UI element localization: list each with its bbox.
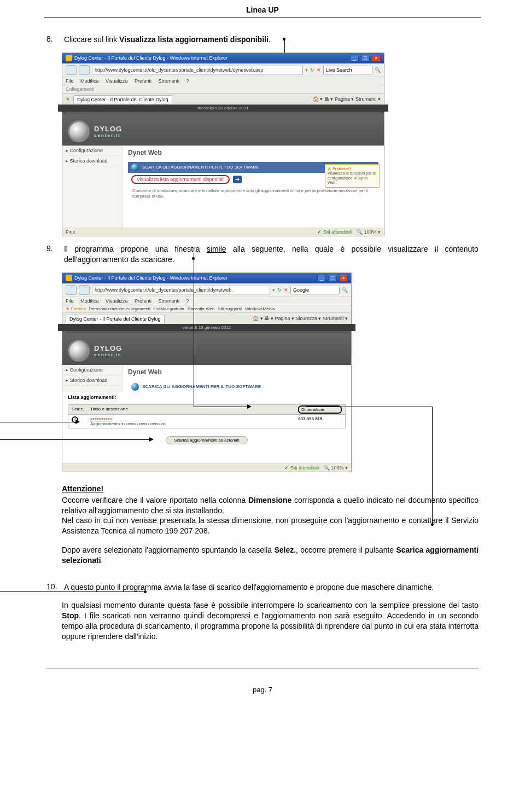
menu-help[interactable]: ? bbox=[186, 78, 189, 84]
updates-table: Selez. Titolo e descrizione Dimensione x… bbox=[68, 404, 346, 428]
menu-file[interactable]: File bbox=[66, 78, 74, 84]
status-text: Fine bbox=[66, 229, 75, 235]
url-field[interactable]: http://www.dylogcenter.it/old_dycenter/p… bbox=[92, 286, 270, 294]
globe-icon bbox=[131, 383, 139, 391]
menu-bar: File Modifica Visualizza Preferiti Strum… bbox=[62, 297, 351, 305]
maximize-button[interactable]: □ bbox=[328, 275, 337, 282]
window-title: Dylog Center - Il Portale del Cliente Dy… bbox=[74, 275, 228, 281]
site-banner: mercoledì 26 ottobre 2011 DYLOG center.i… bbox=[62, 106, 384, 146]
col-titolo: Titolo e descrizione bbox=[90, 407, 298, 413]
step-9: 9. Il programma propone una finestra sim… bbox=[46, 244, 479, 265]
help-text: Consente di analizzare, scaricare e inst… bbox=[128, 186, 378, 202]
close-button[interactable]: × bbox=[372, 55, 381, 62]
step-10: 10. A questo punto il programma avvia la… bbox=[46, 582, 479, 593]
main-column: Dynet Web SCARICA GLI AGGIORNAMENTI PER … bbox=[122, 365, 351, 392]
fav-item[interactable]: Siti suggeriti bbox=[218, 306, 242, 311]
menu-visualizza[interactable]: Visualizza bbox=[106, 298, 127, 304]
back-button[interactable] bbox=[66, 65, 77, 75]
step-text: Il programma propone una finestra simile… bbox=[64, 244, 479, 265]
page-content: 8. Cliccare sul link Visualizza lista ag… bbox=[0, 18, 525, 652]
warn-body: Visualizza le istruzioni per la configur… bbox=[328, 171, 377, 185]
page-heading: Dynet Web bbox=[128, 368, 346, 376]
fav-item[interactable]: Personalizzazione collegamenti bbox=[89, 306, 150, 311]
page-header: Linea UP bbox=[44, 0, 481, 18]
favorites-icon[interactable]: ★ Preferiti bbox=[66, 306, 86, 311]
zoom-level[interactable]: 🔍 100% ▾ bbox=[324, 465, 348, 471]
browser-tab[interactable]: Dylog Center - Il Portale del Cliente Dy… bbox=[73, 95, 172, 103]
menu-preferiti[interactable]: Preferiti bbox=[135, 78, 151, 84]
annotation-line bbox=[0, 439, 150, 440]
step-8: 8. Cliccare sul link Visualizza lista ag… bbox=[46, 34, 479, 45]
app-icon bbox=[66, 275, 72, 281]
sidebar: ▸ Configurazione ▸ Storico download bbox=[62, 365, 122, 392]
visualizza-link[interactable]: Visualizza lista aggiornamenti disponibi… bbox=[137, 177, 224, 182]
tab-bar: Dylog Center - Il Portale del Cliente Dy… bbox=[62, 313, 351, 325]
step-num: 9. bbox=[46, 244, 62, 253]
menu-help[interactable]: ? bbox=[186, 298, 189, 304]
logo-text: DYLOG center.it bbox=[94, 125, 122, 138]
fav-item[interactable]: Raccolta Web bbox=[188, 306, 215, 311]
search-field[interactable]: Google bbox=[290, 286, 340, 294]
window-titlebar: Dylog Center - Il Portale del Cliente Dy… bbox=[62, 273, 351, 283]
close-button[interactable]: × bbox=[339, 275, 348, 282]
screenshot-1: Dylog Center - Il Portale del Cliente Dy… bbox=[62, 53, 384, 236]
arrowhead-icon bbox=[247, 404, 252, 409]
cell-titolo: xxxxxxxxxx Aggiornamento xxxxxxxxxxxxxxx… bbox=[90, 416, 298, 426]
sidebar-item-storico[interactable]: ▸ Storico download bbox=[62, 375, 122, 386]
arrowhead-icon bbox=[149, 437, 154, 442]
sidebar-item-config[interactable]: ▸ Configurazione bbox=[62, 365, 122, 375]
window-titlebar: Dylog Center - Il Portale del Cliente Dy… bbox=[62, 53, 384, 63]
list-heading: Lista aggiornamenti: bbox=[62, 392, 351, 400]
go-button[interactable]: ➜ bbox=[233, 176, 242, 183]
menu-strumenti[interactable]: Strumenti bbox=[158, 298, 179, 304]
attention-text-2: Nel caso in cui non venisse presentata l… bbox=[62, 515, 479, 536]
back-button[interactable] bbox=[66, 285, 77, 295]
toolbar-tools[interactable]: 🏠 ▾ 🖶 ▾ Pagina ▾ Strumenti ▾ bbox=[313, 96, 381, 102]
status-bar: Fine ✔ Siti attendibili 🔍 100% ▾ bbox=[62, 228, 384, 236]
sidebar-item-config[interactable]: ▸ Configurazione bbox=[62, 146, 122, 156]
date-bar: mercoledì 26 ottobre 2011 bbox=[58, 105, 388, 112]
fav-item[interactable]: WindowsMedia bbox=[245, 306, 275, 311]
logo-text: DYLOG center.it bbox=[94, 344, 122, 357]
minimize-button[interactable]: _ bbox=[317, 275, 326, 282]
menu-preferiti[interactable]: Preferiti bbox=[135, 298, 151, 304]
app-icon bbox=[66, 55, 72, 61]
tab-bar: ★ Dylog Center - Il Portale del Cliente … bbox=[62, 94, 384, 106]
attention-block: Attenzione! Occorre verificare che il va… bbox=[62, 484, 479, 537]
web-body: ▸ Configurazione ▸ Storico download Dyne… bbox=[62, 146, 384, 228]
toolbar-tools[interactable]: 🏠 ▾ 🖶 ▾ Pagina ▾ Sicurezza ▾ Strumenti ▾ bbox=[253, 316, 348, 321]
search-field[interactable]: Live Search bbox=[323, 66, 372, 74]
annotation-line bbox=[194, 253, 194, 407]
sidebar-item-storico[interactable]: ▸ Storico download bbox=[62, 156, 122, 166]
zoom-level[interactable]: 🔍 100% ▾ bbox=[357, 229, 381, 235]
t-underline: simile bbox=[207, 245, 226, 253]
annotation-dot bbox=[431, 523, 434, 526]
browser-tab[interactable]: Dylog Center - Il Portale del Cliente Dy… bbox=[66, 315, 165, 323]
step-text: Cliccare sul link Visualizza lista aggio… bbox=[64, 34, 479, 45]
favorites-bar: ★ Preferiti Personalizzazione collegamen… bbox=[62, 305, 351, 313]
download-banner: SCARICA GLI AGGIORNAMENTI PER IL TUO SOF… bbox=[128, 381, 346, 392]
annotation-line bbox=[0, 422, 77, 422]
minimize-button[interactable]: _ bbox=[350, 55, 359, 62]
forward-button[interactable] bbox=[79, 65, 90, 75]
menu-file[interactable]: File bbox=[66, 298, 74, 304]
menu-modifica[interactable]: Modifica bbox=[80, 78, 99, 84]
menu-modifica[interactable]: Modifica bbox=[80, 298, 99, 304]
menu-visualizza[interactable]: Visualizza bbox=[106, 78, 127, 84]
url-field[interactable]: http://www.dylogcenter.it/old_dycenter/p… bbox=[92, 66, 303, 74]
t: Il programma propone una finestra bbox=[64, 245, 207, 253]
link-name: Visualizza lista aggiornamenti disponibi… bbox=[119, 35, 269, 44]
menu-strumenti[interactable]: Strumenti bbox=[158, 78, 179, 84]
scarica-button[interactable]: Scarica aggiornamenti selezionati bbox=[166, 436, 248, 444]
step-num: 10. bbox=[46, 582, 62, 591]
page-heading: Dynet Web bbox=[128, 149, 378, 156]
maximize-button[interactable]: □ bbox=[361, 55, 370, 62]
attention-title: Attenzione! bbox=[62, 484, 479, 493]
cell-selez[interactable] bbox=[72, 416, 90, 426]
forward-button[interactable] bbox=[79, 285, 90, 295]
fav-item[interactable]: HotMail gratuita bbox=[154, 306, 184, 311]
step-num: 8. bbox=[46, 34, 62, 43]
address-bar: http://www.dylogcenter.it/old_dycenter/p… bbox=[62, 63, 384, 77]
links-bar: Collegamenti bbox=[62, 85, 384, 94]
after-text: Dopo avere selezionato l'aggiornamento s… bbox=[62, 545, 479, 566]
